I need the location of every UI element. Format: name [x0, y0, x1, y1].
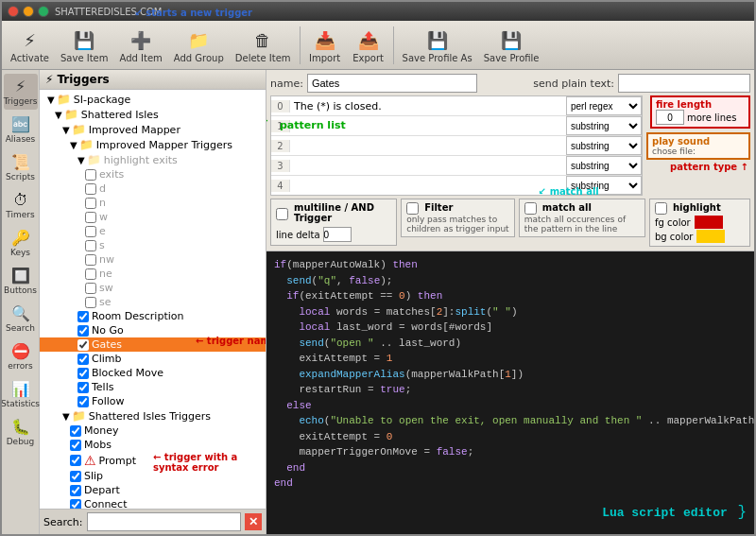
close-button[interactable] [8, 6, 19, 17]
list-item[interactable]: se [40, 295, 266, 309]
list-item[interactable]: n [40, 196, 266, 210]
item-checkbox[interactable] [85, 169, 96, 181]
list-item[interactable]: exits [40, 167, 266, 182]
list-item[interactable]: ▼ 📁 Improved Mapper Triggers [40, 137, 266, 152]
list-item[interactable]: Slip [40, 469, 266, 483]
expand-arrow: ▼ [47, 95, 55, 105]
tree-header: ⚡ Triggers [40, 70, 266, 90]
delete-item-button[interactable]: 🗑 Delete Item [231, 24, 296, 66]
list-item[interactable]: sw [40, 281, 266, 295]
list-item[interactable]: No Go [40, 323, 266, 337]
pattern-type-select-0[interactable]: perl regex substring [566, 96, 642, 115]
pattern-type-select-1[interactable]: substring perl regex [566, 116, 642, 135]
sidebar-item-statistics[interactable]: 📊 Statistics [4, 376, 38, 412]
list-item[interactable]: ▼ 📁 Improved Mapper [40, 122, 266, 137]
list-item[interactable]: w [40, 210, 266, 224]
list-item[interactable]: s [40, 238, 266, 252]
item-checkbox[interactable] [70, 471, 81, 482]
scripts-icon: 📜 [11, 153, 30, 171]
pattern-type-select-2[interactable]: substring perl regex [566, 136, 642, 155]
sidebar-item-aliases[interactable]: 🔤 Aliases [4, 112, 38, 147]
sidebar-item-scripts[interactable]: 📜 Scripts [4, 149, 38, 185]
item-checkbox[interactable] [85, 198, 96, 209]
item-checkbox[interactable] [77, 368, 89, 379]
item-checkbox[interactable] [70, 485, 81, 496]
filter-checkbox[interactable] [406, 202, 419, 215]
list-item[interactable]: ▼ 📁 Shattered Isles Triggers [40, 408, 266, 424]
list-item[interactable]: d [40, 182, 266, 196]
item-checkbox[interactable] [70, 440, 81, 451]
list-item[interactable]: ▼ 📁 SI-package [40, 92, 266, 107]
search-input[interactable] [87, 512, 242, 531]
add-item-button[interactable]: ➕ Add Item ↙ starts a new trigger [114, 24, 166, 66]
match-all-checkbox[interactable] [524, 202, 537, 215]
fg-color-swatch[interactable] [695, 216, 723, 229]
list-item[interactable]: ⚠ Prompt ← trigger with asyntax error [40, 452, 266, 469]
list-item[interactable]: Mobs [40, 438, 266, 452]
list-item[interactable]: ▼ 📁 highlight exits [40, 152, 266, 167]
list-item[interactable]: Depart [40, 483, 266, 497]
fire-length-input[interactable] [656, 110, 684, 125]
folder-icon: 📁 [79, 138, 94, 151]
sidebar-item-search[interactable]: 🔍 Search [4, 301, 38, 337]
save-profile-button[interactable]: 💾 Save Profile [479, 24, 544, 66]
minimize-button[interactable] [23, 6, 34, 17]
list-item[interactable]: Connect [40, 497, 266, 509]
item-checkbox[interactable] [77, 354, 89, 365]
item-checkbox[interactable] [85, 268, 96, 280]
maximize-button[interactable] [38, 6, 49, 17]
item-checkbox[interactable] [77, 339, 89, 351]
sidebar-item-keys[interactable]: 🔑 Keys [4, 225, 38, 261]
item-checkbox[interactable] [70, 499, 81, 510]
list-item[interactable]: Room Description [40, 309, 266, 323]
item-checkbox[interactable] [85, 283, 96, 294]
script-editor[interactable]: if(mapperAutoWalk) then send("q", false)… [266, 251, 754, 534]
sidebar-item-errors[interactable]: ⛔ errors [4, 338, 38, 374]
item-checkbox[interactable] [77, 325, 89, 337]
search-clear-button[interactable]: ✕ [245, 513, 262, 530]
item-checkbox[interactable] [85, 183, 96, 195]
item-checkbox[interactable] [70, 425, 81, 437]
list-item[interactable]: nw [40, 252, 266, 267]
list-item[interactable]: e [40, 224, 266, 238]
list-item[interactable]: ne [40, 267, 266, 281]
send-plain-text-input[interactable] [618, 74, 750, 93]
export-button[interactable]: 📤 Export [348, 24, 389, 66]
folder-icon: 📁 [72, 123, 86, 136]
save-item-button[interactable]: 💾 Save Item [56, 24, 113, 66]
list-item[interactable]: Tells [40, 380, 266, 394]
sidebar-item-debug[interactable]: 🐛 Debug [4, 414, 38, 450]
sidebar-item-timers[interactable]: ⏱ Timers [4, 187, 38, 223]
pattern-type-select-4[interactable]: substring perl regex [566, 176, 642, 195]
sidebar-item-buttons[interactable]: 🔲 Buttons [4, 263, 38, 299]
list-item[interactable]: ▼ 📁 Shattered Isles [40, 107, 266, 122]
item-checkbox[interactable] [85, 226, 96, 237]
list-item[interactable]: Gates ← trigger name [40, 337, 266, 352]
search-icon: 🔍 [11, 304, 30, 322]
sidebar-item-triggers[interactable]: ⚡ Triggers [4, 74, 38, 110]
list-item[interactable]: Follow [40, 394, 266, 408]
import-button[interactable]: 📥 Import [304, 24, 346, 66]
activate-button[interactable]: ⚡ Activate [6, 24, 54, 66]
bg-color-swatch[interactable] [696, 230, 725, 243]
pattern-type-select-3[interactable]: substring perl regex [566, 156, 642, 175]
line-delta-input[interactable] [323, 227, 352, 242]
errors-icon: ⛔ [11, 342, 30, 360]
list-item[interactable]: Blocked Move [40, 366, 266, 380]
trigger-name-input[interactable] [307, 74, 477, 93]
list-item[interactable]: Money [40, 424, 266, 438]
multiline-checkbox[interactable] [276, 208, 288, 220]
add-group-button[interactable]: 📁 Add Group [169, 24, 229, 66]
save-profile-as-button[interactable]: 💾 Save Profile As [398, 24, 477, 66]
item-checkbox[interactable] [85, 254, 96, 266]
list-item[interactable]: Climb [40, 352, 266, 366]
highlight-checkbox[interactable] [655, 202, 667, 215]
item-checkbox[interactable] [77, 396, 89, 407]
item-checkbox[interactable] [70, 455, 81, 466]
item-checkbox[interactable] [85, 240, 96, 251]
item-checkbox[interactable] [85, 297, 96, 308]
item-checkbox[interactable] [77, 382, 89, 393]
item-checkbox[interactable] [77, 311, 89, 322]
item-checkbox[interactable] [85, 212, 96, 223]
folder-icon: 📁 [87, 153, 101, 166]
